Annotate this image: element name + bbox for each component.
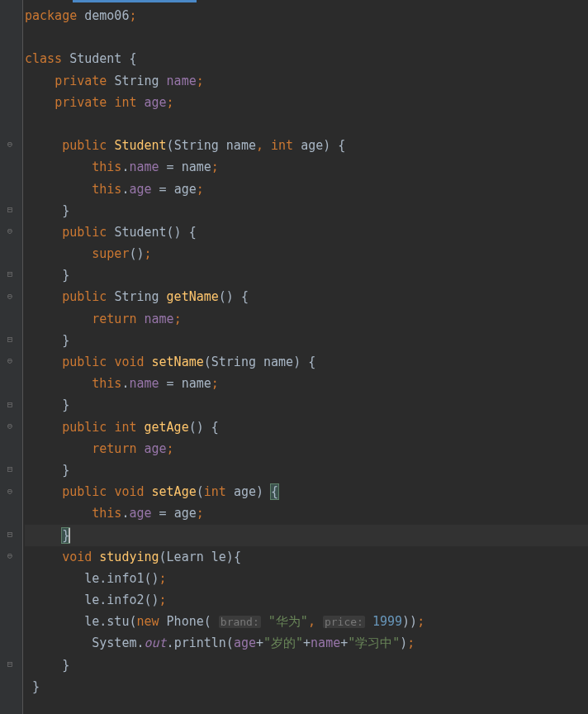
code-line[interactable]: private String name;: [25, 70, 588, 92]
text-cursor: [69, 528, 70, 543]
code-line[interactable]: System.out.println(age+"岁的"+name+"学习中");: [25, 632, 588, 654]
code-line[interactable]: void studying(Learn le){: [25, 546, 588, 568]
fold-icon[interactable]: ⊟: [4, 464, 16, 475]
code-line[interactable]: public void setAge(int age) {: [25, 481, 588, 502]
code-line[interactable]: this.name = name;: [25, 373, 588, 394]
code-line[interactable]: le.info2();: [25, 589, 588, 611]
code-line[interactable]: }: [25, 200, 588, 221]
code-line[interactable]: this.age = age;: [25, 178, 588, 200]
active-tab-indicator: [73, 0, 197, 2]
code-line[interactable]: public int getAge() {: [25, 416, 588, 438]
fold-icon[interactable]: ⊖: [4, 355, 16, 367]
code-line[interactable]: this.age = age;: [25, 502, 588, 524]
fold-icon[interactable]: ⊟: [4, 529, 16, 540]
code-line[interactable]: public Student(String name, int age) {: [25, 135, 588, 156]
code-line[interactable]: le.info1();: [25, 568, 588, 589]
code-line[interactable]: public Student() {: [25, 221, 588, 243]
code-line[interactable]: }: [25, 264, 588, 286]
fold-icon[interactable]: ⊖: [4, 550, 16, 562]
code-line[interactable]: le.stu(new Phone( brand: "华为", price: 19…: [25, 611, 588, 632]
code-line[interactable]: public void setName(String name) {: [25, 351, 588, 373]
code-line[interactable]: return name;: [25, 308, 588, 330]
fold-icon[interactable]: ⊟: [4, 204, 16, 216]
fold-icon[interactable]: ⊖: [4, 139, 16, 150]
code-line[interactable]: private int age;: [25, 92, 588, 113]
code-content[interactable]: package demo06; class Student { private …: [23, 0, 588, 714]
code-line[interactable]: }: [25, 654, 588, 676]
editor-gutter[interactable]: ⊖ ⊟ ⊖ ⊟ ⊖ ⊟ ⊖ ⊟ ⊖ ⊟ ⊖ ⊟ ⊖ ⊟: [0, 0, 23, 714]
code-line[interactable]: [25, 113, 588, 135]
fold-icon[interactable]: ⊖: [4, 421, 16, 432]
code-line[interactable]: }: [25, 459, 588, 481]
code-line[interactable]: class Student {: [25, 48, 588, 69]
fold-icon[interactable]: ⊟: [4, 399, 16, 411]
code-line[interactable]: [25, 26, 588, 48]
fold-icon[interactable]: ⊖: [4, 226, 16, 237]
code-editor[interactable]: ⊖ ⊟ ⊖ ⊟ ⊖ ⊟ ⊖ ⊟ ⊖ ⊟ ⊖ ⊟ ⊖ ⊟ package demo…: [0, 0, 588, 714]
code-line-active[interactable]: }: [25, 525, 588, 546]
parameter-hint: brand:: [219, 616, 261, 628]
code-line[interactable]: package demo06;: [25, 5, 588, 26]
code-line[interactable]: super();: [25, 243, 588, 264]
code-line[interactable]: return age;: [25, 438, 588, 459]
code-line[interactable]: public String getName() {: [25, 286, 588, 307]
fold-icon[interactable]: ⊟: [4, 269, 16, 280]
code-line[interactable]: this.name = name;: [25, 156, 588, 178]
code-line[interactable]: }: [25, 394, 588, 416]
fold-icon[interactable]: ⊖: [4, 291, 16, 302]
matched-brace: {: [270, 483, 279, 500]
code-line[interactable]: }: [25, 676, 588, 697]
code-line[interactable]: }: [25, 330, 588, 351]
fold-icon[interactable]: ⊟: [4, 334, 16, 345]
fold-icon[interactable]: ⊖: [4, 486, 16, 497]
fold-icon[interactable]: ⊟: [4, 659, 16, 670]
parameter-hint: price:: [323, 616, 365, 628]
